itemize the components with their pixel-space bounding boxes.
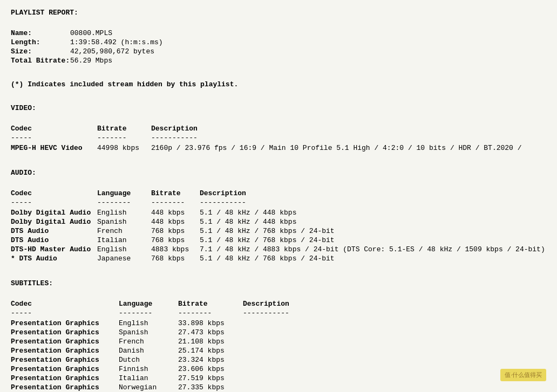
report-title: PLAYLIST REPORT: (11, 9, 546, 17)
length-label: Length: (11, 38, 70, 46)
sub-bitrate-header: Bitrate (178, 300, 243, 308)
audio-bitrate-0: 448 kbps (151, 209, 200, 217)
video-bitrate-header: Bitrate (97, 125, 151, 133)
audio-bitrate-1: 448 kbps (151, 218, 200, 226)
sub-data-row-1: Presentation Graphics Spanish 27.473 kbp… (11, 328, 546, 336)
sub-data-row-4: Presentation Graphics Dutch 23.324 kbps (11, 356, 546, 364)
sub-description-4 (243, 356, 546, 364)
sub-codec-7: Presentation Graphics (11, 383, 119, 391)
sub-bitrate-divider: -------- (178, 309, 243, 317)
name-row: Name: 00800.MPLS (11, 29, 546, 37)
audio-description-1: 5.1 / 48 kHz / 448 kbps (200, 218, 546, 226)
sub-language-5: Finnish (119, 365, 178, 373)
sub-data-row-0: Presentation Graphics English 33.898 kbp… (11, 319, 546, 327)
sub-language-2: French (119, 338, 178, 346)
note: (*) Indicates included stream hidden by … (11, 80, 546, 88)
video-divider-row: ----- ------- ----------- (11, 134, 546, 142)
sub-codec-5: Presentation Graphics (11, 365, 119, 373)
sub-codec-6: Presentation Graphics (11, 374, 119, 382)
sub-codec-header: Codec (11, 300, 119, 308)
audio-description-2: 5.1 / 48 kHz / 768 kbps / 24-bit (200, 227, 546, 235)
audio-codec-header: Codec (11, 189, 97, 197)
sub-description-header: Description (243, 300, 546, 308)
audio-codec-2: DTS Audio (11, 227, 97, 235)
audio-rows: Dolby Digital Audio English 448 kbps 5.1… (11, 209, 546, 263)
video-codec-divider: ----- (11, 134, 97, 142)
video-section: VIDEO: Codec Bitrate Description ----- -… (11, 104, 546, 152)
audio-data-row-5: * DTS Audio Japanese 768 kbps 5.1 / 48 k… (11, 255, 546, 263)
sub-codec-1: Presentation Graphics (11, 328, 119, 336)
audio-description-divider: ----------- (200, 198, 546, 207)
video-description-divider: ----------- (151, 134, 546, 142)
audio-data-row-2: DTS Audio French 768 kbps 5.1 / 48 kHz /… (11, 227, 546, 235)
audio-bitrate-divider: -------- (151, 198, 200, 207)
name-value: 00800.MPLS (70, 29, 112, 37)
watermark: 值·什么值得买 (500, 369, 546, 381)
sub-description-divider: ----------- (243, 309, 546, 317)
audio-section: AUDIO: Codec Language Bitrate Descriptio… (11, 169, 546, 263)
sub-description-0 (243, 319, 546, 327)
video-codec-header: Codec (11, 125, 97, 133)
audio-data-row-1: Dolby Digital Audio Spanish 448 kbps 5.1… (11, 218, 546, 226)
sub-codec-divider: ----- (11, 309, 119, 317)
audio-bitrate-4: 4883 kbps (151, 245, 200, 253)
video-description-0: 2160p / 23.976 fps / 16:9 / Main 10 Prof… (151, 144, 546, 152)
info-block: Name: 00800.MPLS Length: 1:39:58.492 (h:… (11, 29, 546, 65)
sub-bitrate-7: 27.335 kbps (178, 383, 243, 391)
subtitle-rows: Presentation Graphics English 33.898 kbp… (11, 319, 546, 392)
audio-codec-1: Dolby Digital Audio (11, 218, 97, 226)
subtitles-divider-row: ----- -------- -------- ----------- (11, 309, 546, 317)
sub-language-divider: -------- (119, 309, 178, 317)
sub-codec-0: Presentation Graphics (11, 319, 119, 327)
video-bitrate-divider: ------- (97, 134, 151, 142)
report-container: PLAYLIST REPORT: Name: 00800.MPLS Length… (11, 9, 546, 392)
sub-codec-3: Presentation Graphics (11, 347, 119, 355)
audio-description-4: 7.1 / 48 kHz / 4883 kbps / 24-bit (DTS C… (200, 245, 546, 253)
audio-description-3: 5.1 / 48 kHz / 768 kbps / 24-bit (200, 236, 546, 244)
video-data-row-0: MPEG-H HEVC Video 44998 kbps 2160p / 23.… (11, 144, 546, 152)
size-value: 42,205,980,672 bytes (70, 47, 154, 56)
audio-bitrate-header: Bitrate (151, 189, 200, 197)
sub-description-7 (243, 383, 546, 391)
audio-language-header: Language (97, 189, 151, 197)
audio-codec-0: Dolby Digital Audio (11, 209, 97, 217)
sub-codec-2: Presentation Graphics (11, 338, 119, 346)
sub-language-0: English (119, 319, 178, 327)
audio-language-4: English (97, 245, 151, 253)
audio-description-header: Description (200, 189, 546, 197)
sub-bitrate-6: 27.519 kbps (178, 374, 243, 382)
sub-bitrate-4: 23.324 kbps (178, 356, 243, 364)
subtitles-title: SUBTITLES: (11, 279, 546, 287)
audio-language-2: French (97, 227, 151, 235)
length-row: Length: 1:39:58.492 (h:m:s.ms) (11, 38, 546, 46)
sub-bitrate-3: 25.174 kbps (178, 347, 243, 355)
sub-data-row-3: Presentation Graphics Danish 25.174 kbps (11, 347, 546, 355)
audio-description-0: 5.1 / 48 kHz / 448 kbps (200, 209, 546, 217)
video-header-row: Codec Bitrate Description (11, 125, 546, 133)
sub-bitrate-1: 27.473 kbps (178, 328, 243, 336)
sub-description-1 (243, 328, 546, 336)
audio-bitrate-2: 768 kbps (151, 227, 200, 235)
sub-language-header: Language (119, 300, 178, 308)
audio-codec-3: DTS Audio (11, 236, 97, 244)
sub-language-1: Spanish (119, 328, 178, 336)
audio-codec-4: DTS-HD Master Audio (11, 245, 97, 253)
audio-header-row: Codec Language Bitrate Description (11, 189, 546, 197)
size-row: Size: 42,205,980,672 bytes (11, 47, 546, 56)
sub-bitrate-0: 33.898 kbps (178, 319, 243, 327)
sub-data-row-2: Presentation Graphics French 21.108 kbps (11, 338, 546, 346)
audio-language-1: Spanish (97, 218, 151, 226)
audio-divider-row: ----- -------- -------- ----------- (11, 198, 546, 207)
sub-language-3: Danish (119, 347, 178, 355)
name-label: Name: (11, 29, 70, 37)
bitrate-row: Total Bitrate: 56.29 Mbps (11, 57, 546, 65)
audio-data-row-0: Dolby Digital Audio English 448 kbps 5.1… (11, 209, 546, 217)
subtitles-section: SUBTITLES: Codec Language Bitrate Descri… (11, 279, 546, 392)
sub-description-3 (243, 347, 546, 355)
audio-language-0: English (97, 209, 151, 217)
audio-language-3: Italian (97, 236, 151, 244)
sub-language-6: Italian (119, 374, 178, 382)
audio-description-5: 5.1 / 48 kHz / 768 kbps / 24-bit (200, 255, 546, 263)
video-codec-0: MPEG-H HEVC Video (11, 144, 97, 152)
sub-bitrate-5: 23.606 kbps (178, 365, 243, 373)
